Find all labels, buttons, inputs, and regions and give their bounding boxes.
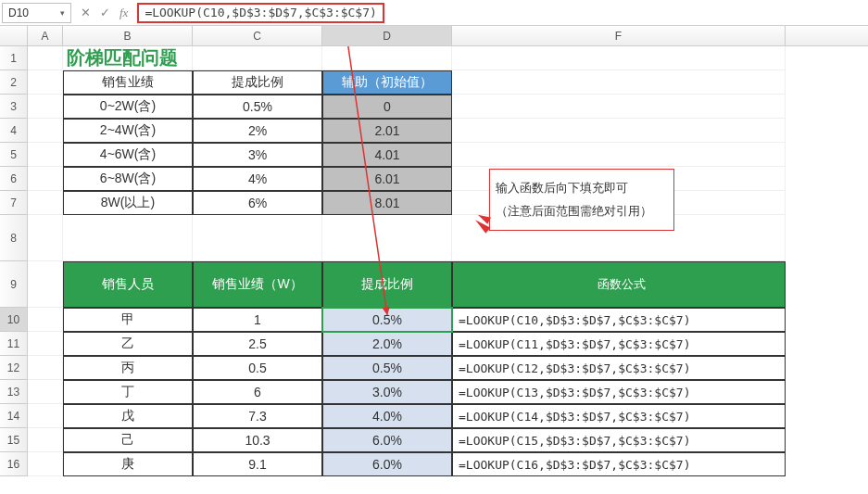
page-title: 阶梯匹配问题 — [63, 46, 193, 70]
select-all-corner[interactable] — [0, 26, 28, 45]
col-header-a[interactable]: A — [28, 26, 63, 45]
name-box-value: D10 — [8, 6, 29, 19]
row-header[interactable]: 2 — [0, 70, 27, 95]
t2-header: 提成比例 — [322, 261, 452, 308]
t2-rate: 6.0% — [322, 428, 452, 452]
t2-header: 销售业绩（W） — [193, 261, 322, 308]
t1-header: 销售业绩 — [63, 70, 193, 95]
row-header[interactable]: 15 — [0, 428, 27, 452]
t1-range: 0~2W(含) — [63, 95, 193, 119]
column-headers: A B C D F — [0, 26, 868, 46]
row-header[interactable]: 6 — [0, 167, 27, 191]
t2-formula: =LOOKUP(C16,$D$3:$D$7,$C$3:$C$7) — [452, 452, 786, 476]
chevron-down-icon[interactable]: ▾ — [60, 8, 65, 18]
t2-formula: =LOOKUP(C14,$D$3:$D$7,$C$3:$C$7) — [452, 404, 786, 428]
callout-line1: 输入函数后向下填充即可 — [496, 177, 668, 200]
t2-perf: 1 — [193, 308, 322, 332]
row-header[interactable]: 10 — [0, 308, 27, 332]
t2-formula: =LOOKUP(C10,$D$3:$D$7,$C$3:$C$7) — [452, 308, 786, 332]
row-header[interactable]: 9 — [0, 261, 27, 308]
t2-rate: 3.0% — [322, 380, 452, 404]
t2-formula: =LOOKUP(C11,$D$3:$D$7,$C$3:$C$7) — [452, 332, 786, 356]
t2-formula: =LOOKUP(C12,$D$3:$D$7,$C$3:$C$7) — [452, 356, 786, 380]
t2-name: 己 — [63, 428, 193, 452]
formula-buttons: ✕ ✓ fx — [81, 6, 128, 20]
row-header[interactable]: 5 — [0, 143, 27, 167]
col-header-f[interactable]: F — [452, 26, 786, 45]
t1-rate: 0.5% — [193, 95, 322, 119]
fx-icon[interactable]: fx — [120, 6, 128, 20]
t2-perf: 0.5 — [193, 356, 322, 380]
t1-header: 辅助（初始值） — [322, 70, 452, 95]
name-box[interactable]: D10 ▾ — [2, 3, 71, 23]
t1-helper: 6.01 — [322, 167, 452, 191]
active-cell[interactable]: 0.5% — [322, 308, 452, 332]
t1-header: 提成比例 — [193, 70, 322, 95]
t2-name: 丙 — [63, 356, 193, 380]
t1-helper: 8.01 — [322, 191, 452, 215]
t2-formula: =LOOKUP(C13,$D$3:$D$7,$C$3:$C$7) — [452, 380, 786, 404]
row-headers: 1 2 3 4 5 6 7 8 9 10 11 12 13 14 15 16 — [0, 46, 28, 476]
col-header-b[interactable]: B — [63, 26, 193, 45]
t2-formula: =LOOKUP(C15,$D$3:$D$7,$C$3:$C$7) — [452, 428, 786, 452]
t1-helper: 4.01 — [322, 143, 452, 167]
t2-perf: 2.5 — [193, 332, 322, 356]
sheet-area[interactable]: 阶梯匹配问题 销售业绩 提成比例 辅助（初始值） 0~2W(含)0.5%0 2~… — [28, 46, 868, 476]
t1-rate: 6% — [193, 191, 322, 215]
callout-line2: （注意后面范围需绝对引用） — [496, 200, 668, 223]
cancel-icon[interactable]: ✕ — [81, 6, 91, 19]
spreadsheet-grid: A B C D F 1 2 3 4 5 6 7 8 9 10 11 12 13 … — [0, 26, 868, 476]
t2-name: 戊 — [63, 404, 193, 428]
row-header[interactable]: 14 — [0, 404, 27, 428]
t2-name: 庚 — [63, 452, 193, 476]
col-header-d[interactable]: D — [322, 26, 452, 45]
row-header[interactable]: 3 — [0, 95, 27, 119]
t2-rate: 2.0% — [322, 332, 452, 356]
t1-range: 2~4W(含) — [63, 119, 193, 143]
row-header[interactable]: 1 — [0, 46, 27, 70]
row-header[interactable]: 13 — [0, 380, 27, 404]
t2-header: 销售人员 — [63, 261, 193, 308]
row-header[interactable]: 8 — [0, 215, 27, 261]
t2-perf: 6 — [193, 380, 322, 404]
row-header[interactable]: 12 — [0, 356, 27, 380]
t2-rate: 6.0% — [322, 452, 452, 476]
t1-helper: 2.01 — [322, 119, 452, 143]
row-header[interactable]: 4 — [0, 119, 27, 143]
t1-rate: 2% — [193, 119, 322, 143]
t1-range: 8W(以上) — [63, 191, 193, 215]
t2-rate: 4.0% — [322, 404, 452, 428]
t2-name: 乙 — [63, 332, 193, 356]
t2-header: 函数公式 — [452, 261, 786, 308]
formula-input[interactable]: =LOOKUP(C10,$D$3:$D$7,$C$3:$C$7) — [137, 3, 384, 23]
callout-note: 输入函数后向下填充即可 （注意后面范围需绝对引用） — [489, 169, 674, 231]
t1-helper: 0 — [322, 95, 452, 119]
t1-range: 4~6W(含) — [63, 143, 193, 167]
t1-range: 6~8W(含) — [63, 167, 193, 191]
formula-bar: D10 ▾ ✕ ✓ fx =LOOKUP(C10,$D$3:$D$7,$C$3:… — [0, 0, 868, 26]
row-header[interactable]: 7 — [0, 191, 27, 215]
t2-perf: 7.3 — [193, 404, 322, 428]
row-header[interactable]: 16 — [0, 452, 27, 476]
t1-rate: 3% — [193, 143, 322, 167]
formula-text: =LOOKUP(C10,$D$3:$D$7,$C$3:$C$7) — [145, 6, 376, 19]
enter-icon[interactable]: ✓ — [100, 6, 110, 19]
t2-perf: 9.1 — [193, 452, 322, 476]
t2-rate: 0.5% — [322, 356, 452, 380]
t1-rate: 4% — [193, 167, 322, 191]
t2-name: 甲 — [63, 308, 193, 332]
t2-perf: 10.3 — [193, 428, 322, 452]
row-header[interactable]: 11 — [0, 332, 27, 356]
col-header-c[interactable]: C — [193, 26, 322, 45]
t2-name: 丁 — [63, 380, 193, 404]
